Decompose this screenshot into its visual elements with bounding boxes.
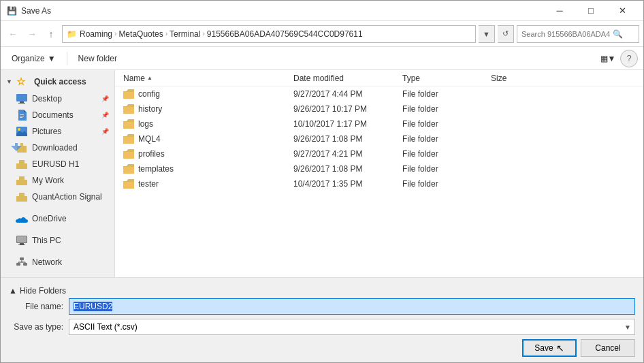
downloaded-label: Downloaded [32, 143, 109, 153]
back-button[interactable]: ← [5, 26, 21, 42]
documents-label: Documents [32, 110, 100, 120]
quick-access-chevron: ▼ [6, 78, 12, 85]
hide-folders-toggle[interactable]: ▲ Hide Folders [9, 283, 635, 298]
organize-arrow: ▼ [48, 54, 56, 63]
file-list-area: Name ▲ Date modified Type Size [115, 70, 643, 277]
file-type: File folder [400, 104, 488, 114]
table-row[interactable]: tester 10/4/2017 1:35 PM File folder [115, 176, 643, 191]
minimize-button[interactable]: ─ [544, 1, 575, 21]
col-header-size[interactable]: Size [488, 74, 543, 83]
forward-button[interactable]: → [24, 26, 40, 42]
sidebar-divider-3 [1, 249, 114, 254]
search-input[interactable] [521, 30, 610, 38]
quick-access-icon: ☆ [15, 76, 27, 88]
maximize-button[interactable]: □ [575, 1, 607, 21]
crumb-terminal[interactable]: Terminal [170, 29, 200, 39]
crumb-metaquotes[interactable]: MetaQuotes [118, 29, 163, 39]
pictures-pin: 📌 [101, 128, 109, 135]
downloaded-icon [16, 142, 28, 154]
folder-icon [123, 179, 134, 189]
sidebar: ▼ ☆ Quick access Desktop 📌 Documents 📌 [1, 70, 115, 277]
sidebar-divider-2 [1, 227, 114, 232]
file-type: File folder [400, 149, 488, 159]
cursor-icon: ↖ [556, 343, 564, 353]
sidebar-section-quick-access[interactable]: ▼ ☆ Quick access [1, 73, 114, 91]
quantaction-label: QuantAction Signal [32, 192, 109, 202]
folder-icon [123, 89, 134, 99]
crumb-current[interactable]: 915566BA06ADA407569C544CC0D97611 [207, 29, 363, 39]
hide-folders-label: Hide Folders [20, 286, 66, 296]
address-dropdown-button[interactable]: ▼ [479, 25, 495, 43]
savetype-row: Save as type: ASCII Text (*.csv) CSV (*.… [9, 319, 635, 335]
svg-rect-12 [20, 257, 24, 260]
file-list-header: Name ▲ Date modified Type Size [115, 70, 643, 86]
sidebar-item-eurusdh1[interactable]: EURUSD H1 [1, 156, 114, 172]
savetype-select[interactable]: ASCII Text (*.csv) CSV (*.csv) All Files… [69, 319, 635, 335]
hide-folders-chevron: ▲ [9, 286, 17, 296]
table-row[interactable]: history 9/26/2017 10:17 PM File folder [115, 101, 643, 116]
file-type: File folder [400, 89, 488, 99]
table-row[interactable]: config 9/27/2017 4:44 PM File folder [115, 86, 643, 101]
file-name: tester [138, 179, 159, 189]
sidebar-item-downloaded[interactable]: Downloaded [1, 140, 114, 156]
file-type: File folder [400, 134, 488, 144]
table-row[interactable]: MQL4 9/26/2017 1:08 PM File folder [115, 131, 643, 146]
desktop-label: Desktop [32, 94, 100, 104]
crumb-roaming[interactable]: Roaming [80, 29, 112, 39]
pictures-icon [16, 125, 28, 138]
folder-icon [123, 134, 134, 144]
documents-pin: 📌 [101, 112, 109, 119]
save-as-dialog: 💾 Save As ─ □ ✕ ← → ↑ 📁 Roaming › MetaQu… [0, 0, 644, 363]
svg-rect-14 [23, 263, 27, 266]
folder-icon [123, 104, 134, 114]
close-button[interactable]: ✕ [607, 1, 638, 21]
file-type: File folder [400, 164, 488, 174]
sidebar-item-quantaction[interactable]: QuantAction Signal [1, 189, 114, 205]
svg-rect-4 [20, 116, 24, 116]
window-icon: 💾 [6, 5, 17, 16]
new-folder-label: New folder [78, 54, 117, 63]
address-bar[interactable]: 📁 Roaming › MetaQuotes › Terminal › 9155… [62, 25, 476, 43]
sidebar-item-thispc[interactable]: This PC [1, 232, 114, 249]
sidebar-item-network[interactable]: Network [1, 254, 114, 270]
svg-rect-0 [16, 94, 27, 101]
folder-icon [123, 119, 134, 129]
file-date: 10/10/2017 1:17 PM [291, 119, 400, 129]
col-header-type[interactable]: Type [400, 74, 488, 83]
file-date: 9/27/2017 4:44 PM [291, 89, 400, 99]
file-rows-container: config 9/27/2017 4:44 PM File folder his… [115, 86, 643, 191]
view-toggle-button[interactable]: ▦ ▼ [598, 50, 617, 67]
cancel-button[interactable]: Cancel [581, 339, 635, 357]
search-icon[interactable]: 🔍 [613, 29, 623, 39]
sidebar-item-desktop[interactable]: Desktop 📌 [1, 91, 114, 107]
save-button[interactable]: Save ↖ [522, 339, 577, 357]
new-folder-button[interactable]: New folder [73, 50, 123, 67]
file-type: File folder [400, 179, 488, 189]
svg-rect-11 [17, 236, 27, 242]
thispc-icon [16, 234, 28, 247]
main-content: ▼ ☆ Quick access Desktop 📌 Documents 📌 [1, 70, 643, 277]
eurusdh1-label: EURUSD H1 [32, 159, 109, 169]
file-name: config [138, 89, 160, 99]
sidebar-item-onedrive[interactable]: OneDrive [1, 210, 114, 227]
col-header-date[interactable]: Date modified [291, 74, 400, 83]
folder-icon [123, 149, 134, 159]
up-button[interactable]: ↑ [43, 26, 59, 42]
file-name: profiles [138, 149, 165, 159]
sidebar-item-documents[interactable]: Documents 📌 [1, 107, 114, 123]
search-box[interactable]: 🔍 [517, 25, 639, 43]
file-type: File folder [400, 119, 488, 129]
breadcrumb: Roaming › MetaQuotes › Terminal › 915566… [80, 29, 363, 39]
folder-icon [123, 164, 134, 174]
help-button[interactable]: ? [620, 50, 638, 67]
sidebar-item-mywork[interactable]: My Work [1, 172, 114, 189]
col-header-name[interactable]: Name ▲ [120, 74, 291, 83]
sidebar-item-pictures[interactable]: Pictures 📌 [1, 123, 114, 140]
savetype-label: Save as type: [9, 322, 63, 332]
filename-input[interactable] [69, 298, 635, 315]
refresh-button[interactable]: ↺ [498, 25, 514, 43]
organize-button[interactable]: Organize ▼ [6, 50, 61, 67]
table-row[interactable]: profiles 9/27/2017 4:21 PM File folder [115, 146, 643, 161]
table-row[interactable]: templates 9/26/2017 1:08 PM File folder [115, 161, 643, 176]
table-row[interactable]: logs 10/10/2017 1:17 PM File folder [115, 116, 643, 131]
